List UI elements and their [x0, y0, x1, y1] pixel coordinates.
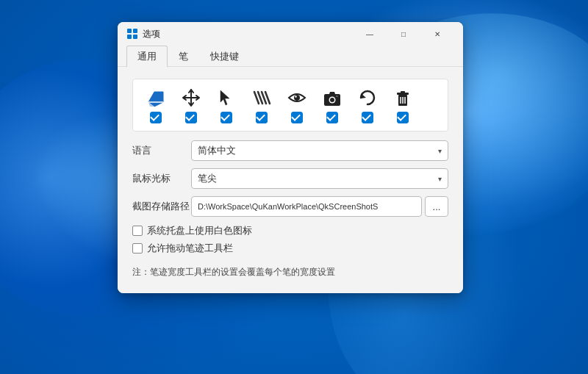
language-select[interactable]: 简体中文 ▾ — [191, 140, 448, 161]
path-label: 截图存储路径 — [132, 200, 191, 213]
svg-point-11 — [294, 95, 300, 101]
tool-camera — [321, 87, 343, 123]
note-section: 注：笔迹宽度工具栏的设置会覆盖每个笔的宽度设置 — [132, 265, 448, 278]
tool-eraser — [145, 87, 167, 123]
maximize-button[interactable]: □ — [387, 22, 420, 46]
svg-marker-17 — [361, 93, 366, 98]
close-button[interactable]: ✕ — [420, 22, 454, 46]
window-controls: — □ ✕ — [353, 22, 454, 46]
eye-checkbox[interactable] — [291, 112, 303, 123]
cursor-chevron-icon: ▾ — [438, 175, 442, 183]
svg-rect-0 — [127, 29, 132, 33]
cursor-label: 鼠标光标 — [132, 172, 191, 185]
dialog-title: 选项 — [143, 28, 353, 40]
tool-move — [180, 87, 202, 123]
trash-icon — [392, 87, 414, 109]
form-section: 语言 简体中文 ▾ 鼠标光标 笔尖 ▾ 截图存储路径 D:\Wo — [132, 140, 448, 217]
drag-toolbar-label: 允许拖动笔迹工具栏 — [147, 242, 233, 255]
tab-pen[interactable]: 笔 — [168, 46, 199, 67]
language-value: 简体中文 — [198, 144, 236, 157]
pointer-icon — [215, 87, 237, 109]
language-label: 语言 — [132, 144, 191, 157]
tab-shortcuts[interactable]: 快捷键 — [199, 46, 250, 67]
tool-pointer — [215, 87, 237, 123]
titlebar: 选项 — □ ✕ — [118, 22, 463, 46]
lines-icon — [251, 87, 273, 109]
app-icon — [126, 28, 138, 40]
note-text: 注：笔迹宽度工具栏的设置会覆盖每个笔的宽度设置 — [132, 267, 335, 277]
tool-trash — [392, 87, 414, 123]
move-icon — [180, 87, 202, 109]
tool-eye — [286, 87, 308, 123]
undo-checkbox[interactable] — [362, 112, 373, 123]
svg-rect-1 — [133, 29, 137, 33]
pointer-checkbox[interactable] — [220, 112, 232, 123]
move-checkbox[interactable] — [185, 112, 197, 123]
minimize-button[interactable]: — — [353, 22, 387, 46]
svg-point-12 — [295, 96, 296, 97]
eraser-icon — [145, 87, 167, 109]
tab-content: 语言 简体中文 ▾ 鼠标光标 笔尖 ▾ 截图存储路径 D:\Wo — [118, 67, 463, 293]
tool-lines — [251, 87, 273, 123]
undo-icon — [356, 87, 379, 109]
white-icon-label: 系统托盘上使用白色图标 — [147, 224, 252, 237]
svg-rect-2 — [127, 35, 132, 39]
toolbar-icons-row — [132, 79, 448, 132]
checkbox-section: 系统托盘上使用白色图标 允许拖动笔迹工具栏 — [132, 224, 448, 255]
svg-rect-16 — [336, 96, 338, 97]
cursor-row: 鼠标光标 笔尖 ▾ — [132, 168, 448, 189]
tab-general[interactable]: 通用 — [126, 46, 168, 67]
path-display: D:\WorkSpace\QuKanWorkPlace\QkSCreenShot… — [191, 196, 422, 217]
language-chevron-icon: ▾ — [438, 147, 442, 155]
path-browse-button[interactable]: ... — [425, 196, 448, 217]
tool-undo — [356, 87, 379, 123]
trash-checkbox[interactable] — [397, 112, 409, 123]
camera-checkbox[interactable] — [326, 112, 338, 123]
eye-icon — [286, 87, 308, 109]
svg-rect-3 — [133, 35, 137, 39]
options-dialog: 选项 — □ ✕ 通用 笔 快捷键 — [118, 22, 463, 293]
svg-point-15 — [330, 98, 334, 102]
cursor-value: 笔尖 — [198, 172, 217, 185]
checkbox1-row: 系统托盘上使用白色图标 — [132, 224, 448, 237]
language-row: 语言 简体中文 ▾ — [132, 140, 448, 161]
white-icon-checkbox[interactable] — [132, 226, 143, 236]
drag-toolbar-checkbox[interactable] — [132, 243, 143, 253]
svg-rect-20 — [401, 91, 405, 93]
lines-checkbox[interactable] — [256, 112, 268, 123]
tab-bar: 通用 笔 快捷键 — [118, 46, 463, 67]
path-row: 截图存储路径 D:\WorkSpace\QuKanWorkPlace\QkSCr… — [132, 196, 448, 217]
checkbox2-row: 允许拖动笔迹工具栏 — [132, 242, 448, 255]
cursor-select[interactable]: 笔尖 ▾ — [191, 168, 448, 189]
eraser-checkbox[interactable] — [150, 112, 162, 123]
camera-icon — [321, 87, 343, 109]
